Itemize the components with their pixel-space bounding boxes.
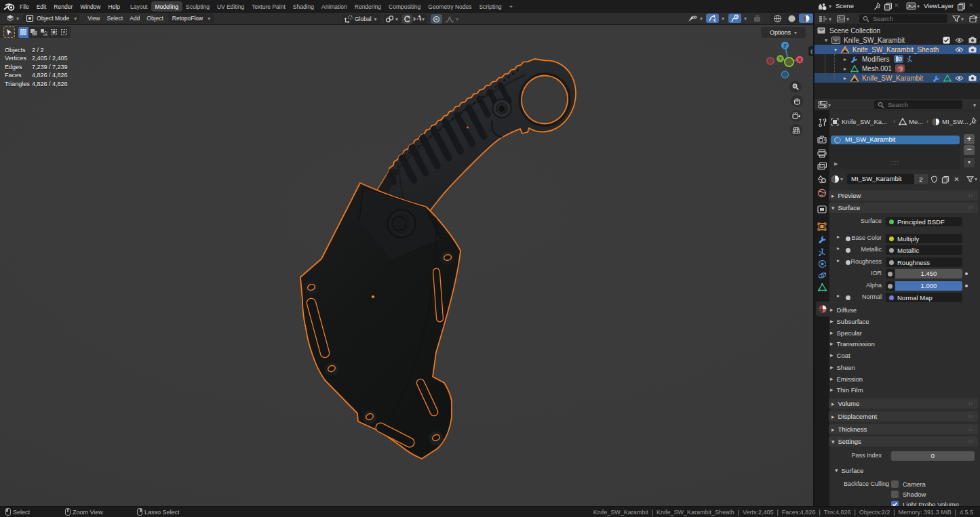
svg-text:X: X: [798, 57, 801, 63]
svg-text:Z: Z: [783, 43, 787, 49]
svg-text:Y: Y: [779, 56, 782, 62]
